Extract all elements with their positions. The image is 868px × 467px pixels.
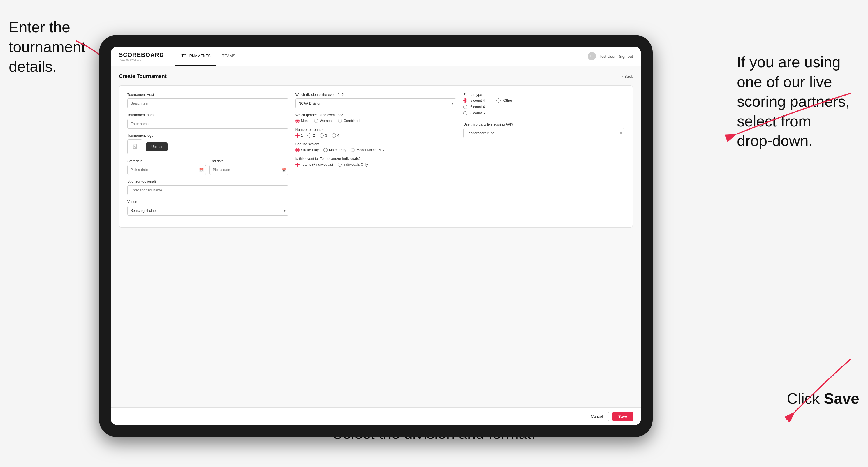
rounds-4-radio[interactable] bbox=[332, 133, 336, 137]
division-select-wrapper: NCAA Division I bbox=[296, 98, 457, 108]
tournament-name-input[interactable] bbox=[127, 119, 288, 129]
format-6count4-radio[interactable] bbox=[463, 105, 467, 109]
start-date-wrapper: 📅 bbox=[127, 165, 206, 175]
gender-combined-radio[interactable] bbox=[338, 119, 342, 123]
format-6count5-label: 6 count 5 bbox=[470, 111, 485, 115]
team-individuals[interactable]: Individuals Only bbox=[338, 162, 368, 167]
gender-combined[interactable]: Combined bbox=[338, 119, 360, 123]
save-button[interactable]: Save bbox=[613, 412, 633, 421]
navbar-links: TOURNAMENTS TEAMS bbox=[176, 46, 241, 66]
format-6count4[interactable]: 6 count 4 bbox=[463, 105, 485, 109]
team-teams[interactable]: Teams (+Individuals) bbox=[296, 162, 333, 167]
format-6count5-radio[interactable] bbox=[463, 111, 467, 115]
brand: SCOREBOARD Powered by Clippit bbox=[119, 52, 164, 61]
tablet-screen: SCOREBOARD Powered by Clippit TOURNAMENT… bbox=[111, 46, 641, 425]
upload-button[interactable]: Upload bbox=[146, 143, 167, 151]
navbar-right: TU Test User Sign out bbox=[588, 52, 633, 60]
format-5count4-label: 5 count 4 bbox=[470, 98, 485, 102]
user-avatar: TU bbox=[588, 52, 596, 60]
logo-placeholder: 🖼 bbox=[127, 139, 143, 154]
rounds-3-radio[interactable] bbox=[320, 133, 324, 137]
team-radio-group: Teams (+Individuals) Individuals Only bbox=[296, 162, 457, 167]
venue-select[interactable]: Search golf club bbox=[127, 206, 288, 216]
live-scoring-label: Use third-party live scoring API? bbox=[463, 122, 624, 126]
scoring-stroke[interactable]: Stroke Play bbox=[296, 148, 319, 152]
form-footer: Cancel Save bbox=[111, 407, 641, 425]
scoring-medal-match[interactable]: Medal Match Play bbox=[351, 148, 384, 152]
rounds-2-radio[interactable] bbox=[307, 133, 311, 137]
team-teams-radio[interactable] bbox=[296, 162, 300, 167]
rounds-3[interactable]: 3 bbox=[320, 133, 327, 137]
end-date-input[interactable] bbox=[210, 165, 288, 175]
division-group: Which division is the event for? NCAA Di… bbox=[296, 93, 457, 108]
rounds-2-label: 2 bbox=[313, 133, 315, 137]
nav-tournaments[interactable]: TOURNAMENTS bbox=[176, 46, 216, 66]
cancel-button[interactable]: Cancel bbox=[585, 412, 609, 421]
scoring-match-label: Match Play bbox=[329, 148, 346, 152]
format-other[interactable]: Other bbox=[496, 98, 512, 102]
gender-womens[interactable]: Womens bbox=[314, 119, 333, 123]
other-option: Other bbox=[496, 98, 512, 118]
format-options: 5 count 4 6 count 4 6 count 5 bbox=[463, 98, 485, 118]
brand-title: SCOREBOARD bbox=[119, 52, 164, 58]
scoring-match-radio[interactable] bbox=[323, 148, 328, 152]
rounds-label: Number of rounds bbox=[296, 128, 457, 132]
scoring-stroke-label: Stroke Play bbox=[301, 148, 319, 152]
format-type-label: Format type bbox=[463, 93, 624, 97]
form-col3: Format type 5 count 4 6 count bbox=[463, 93, 624, 220]
tournament-name-label: Tournament name bbox=[127, 113, 288, 117]
team-group: Is this event for Teams and/or Individua… bbox=[296, 157, 457, 167]
gender-combined-label: Combined bbox=[344, 119, 360, 123]
nav-teams[interactable]: TEAMS bbox=[216, 46, 241, 66]
rounds-4-label: 4 bbox=[337, 133, 339, 137]
rounds-4[interactable]: 4 bbox=[332, 133, 339, 137]
format-other-radio[interactable] bbox=[496, 98, 501, 102]
tournament-logo-group: Tournament logo 🖼 Upload bbox=[127, 133, 288, 154]
annotation-topright: If you are using one of our live scoring… bbox=[737, 53, 859, 151]
tournament-host-input[interactable] bbox=[127, 98, 288, 108]
sponsor-input[interactable] bbox=[127, 185, 288, 195]
page-title: Create Tournament bbox=[119, 73, 167, 80]
format-5count4[interactable]: 5 count 4 bbox=[463, 98, 485, 102]
rounds-2[interactable]: 2 bbox=[307, 133, 315, 137]
team-individuals-radio[interactable] bbox=[338, 162, 342, 167]
rounds-1[interactable]: 1 bbox=[296, 133, 303, 137]
end-date-wrapper: 📅 bbox=[210, 165, 288, 175]
live-scoring-display[interactable]: Leaderboard King bbox=[463, 128, 624, 138]
scoring-medal-match-label: Medal Match Play bbox=[356, 148, 384, 152]
other-label: Other bbox=[503, 98, 512, 102]
gender-mens-radio[interactable] bbox=[296, 119, 300, 123]
rounds-1-radio[interactable] bbox=[296, 133, 300, 137]
gender-mens-label: Mens bbox=[301, 119, 309, 123]
scoring-label: Scoring system bbox=[296, 142, 457, 146]
start-date-label: Start date bbox=[127, 159, 206, 163]
format-type-columns: 5 count 4 6 count 4 6 count 5 bbox=[463, 98, 624, 118]
page-content: Create Tournament ‹ Back Tournament Host… bbox=[111, 66, 641, 407]
team-label: Is this event for Teams and/or Individua… bbox=[296, 157, 457, 161]
brand-sub: Powered by Clippit bbox=[119, 58, 164, 61]
scoring-match[interactable]: Match Play bbox=[323, 148, 346, 152]
scoring-stroke-radio[interactable] bbox=[296, 148, 300, 152]
rounds-1-label: 1 bbox=[301, 133, 303, 137]
page-header: Create Tournament ‹ Back bbox=[119, 73, 633, 80]
back-link[interactable]: ‹ Back bbox=[622, 74, 633, 79]
start-date-input[interactable] bbox=[127, 165, 206, 175]
gender-womens-label: Womens bbox=[320, 119, 333, 123]
venue-label: Venue bbox=[127, 200, 288, 204]
gender-radio-group: Mens Womens Combined bbox=[296, 119, 457, 123]
nav-signout[interactable]: Sign out bbox=[619, 54, 633, 59]
scoring-radio-group: Stroke Play Match Play Medal Match Play bbox=[296, 148, 457, 152]
format-6count5[interactable]: 6 count 5 bbox=[463, 111, 485, 115]
date-group: Start date 📅 End date bbox=[127, 159, 288, 175]
division-select[interactable]: NCAA Division I bbox=[296, 98, 457, 108]
gender-womens-radio[interactable] bbox=[314, 119, 318, 123]
logo-upload-area: 🖼 Upload bbox=[127, 139, 288, 154]
format-5count4-radio[interactable] bbox=[463, 98, 467, 102]
gender-mens[interactable]: Mens bbox=[296, 119, 309, 123]
live-scoring-group: Use third-party live scoring API? Leader… bbox=[463, 122, 624, 138]
scoring-medal-match-radio[interactable] bbox=[351, 148, 355, 152]
live-scoring-clear-button[interactable]: × bbox=[620, 131, 622, 135]
annotation-bottomright: Click Save bbox=[787, 389, 859, 409]
format-type-group: Format type 5 count 4 6 count bbox=[463, 93, 624, 118]
end-date-label: End date bbox=[210, 159, 288, 163]
